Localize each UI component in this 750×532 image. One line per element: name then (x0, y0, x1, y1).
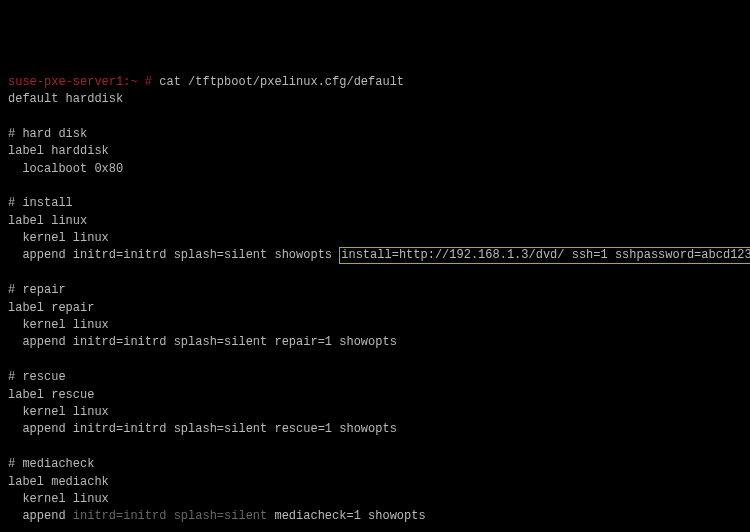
mediacheck-append-post: mediacheck=1 showopts (267, 509, 425, 523)
rescue-kernel: kernel linux (8, 405, 109, 419)
prompt-host: suse-pxe-server1:~ (8, 75, 138, 89)
install-append-line: append initrd=initrd splash=silent showo… (8, 248, 750, 262)
repair-label: label repair (8, 301, 94, 315)
repair-append: append initrd=initrd splash=silent repai… (8, 335, 397, 349)
terminal-output: suse-pxe-server1:~ # cat /tftpboot/pxeli… (8, 74, 742, 532)
default-line: default harddisk (8, 92, 123, 106)
install-kernel: kernel linux (8, 231, 109, 245)
install-label: label linux (8, 214, 87, 228)
mediacheck-kernel: kernel linux (8, 492, 109, 506)
install-append-highlight: install=http://192.168.1.3/dvd/ ssh=1 ss… (339, 247, 750, 263)
install-comment: # install (8, 196, 73, 210)
mediacheck-label: label mediachk (8, 475, 109, 489)
rescue-append: append initrd=initrd splash=silent rescu… (8, 422, 397, 436)
install-append-prefix: append initrd=initrd splash=silent showo… (8, 248, 339, 262)
prompt-line: suse-pxe-server1:~ # cat /tftpboot/pxeli… (8, 75, 404, 89)
repair-kernel: kernel linux (8, 318, 109, 332)
harddisk-comment: # hard disk (8, 127, 87, 141)
harddisk-localboot: localboot 0x80 (8, 162, 123, 176)
rescue-label: label rescue (8, 388, 94, 402)
mediacheck-comment: # mediacheck (8, 457, 94, 471)
mediacheck-append-line: append initrd=initrd splash=silent media… (8, 509, 426, 523)
rescue-comment: # rescue (8, 370, 66, 384)
repair-comment: # repair (8, 283, 66, 297)
mediacheck-append-pre: append (8, 509, 73, 523)
prompt-symbol: # (138, 75, 160, 89)
command-text: cat /tftpboot/pxelinux.cfg/default (159, 75, 404, 89)
mediacheck-append-faded: initrd=initrd splash=silent (73, 509, 267, 523)
harddisk-label: label harddisk (8, 144, 109, 158)
